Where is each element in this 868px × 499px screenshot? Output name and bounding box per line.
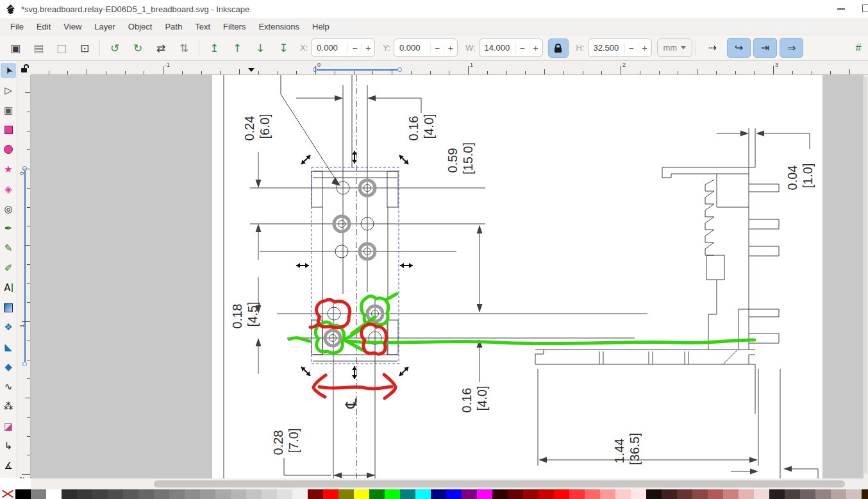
- y-field[interactable]: 0.000 − +: [394, 38, 458, 57]
- pen-tool[interactable]: ✒: [1, 221, 16, 237]
- palette-swatch[interactable]: [308, 489, 323, 499]
- node-tool[interactable]: ▷: [1, 83, 16, 98]
- palette-swatch[interactable]: [92, 489, 108, 499]
- move-as-group-toggle[interactable]: ⇢: [701, 38, 724, 58]
- box3d-tool[interactable]: ◈: [1, 182, 16, 197]
- palette-swatch[interactable]: [31, 489, 46, 499]
- menu-text[interactable]: Text: [188, 19, 217, 34]
- calligraphy-tool[interactable]: ✐: [1, 260, 16, 276]
- palette-swatch[interactable]: [677, 489, 692, 499]
- palette-swatch[interactable]: [138, 489, 154, 499]
- height-field[interactable]: 32.500 − +: [588, 38, 652, 57]
- x-decrement-button[interactable]: −: [347, 43, 361, 53]
- palette-swatch[interactable]: [323, 489, 338, 499]
- minimize-button[interactable]: [837, 8, 845, 10]
- palette-swatch[interactable]: [662, 489, 677, 499]
- palette-swatch[interactable]: [523, 489, 538, 499]
- palette-swatch[interactable]: [262, 489, 277, 499]
- measure-tool[interactable]: ∡: [1, 458, 16, 473]
- palette-swatch[interactable]: [123, 489, 138, 499]
- menu-edit[interactable]: Edit: [30, 19, 57, 34]
- rectangle-tool[interactable]: [1, 122, 16, 137]
- palette-swatch[interactable]: [692, 489, 708, 499]
- menu-path[interactable]: Path: [158, 19, 188, 34]
- palette-swatch[interactable]: [831, 489, 846, 499]
- guide-lock-icon[interactable]: [24, 64, 29, 68]
- canvas[interactable]: 0.24 [6.0] 0.16 [4.0] 0.59 [15.0] 0.18 […: [31, 75, 864, 478]
- dropper-tool[interactable]: ◣: [1, 339, 16, 355]
- palette-swatch[interactable]: [585, 489, 600, 499]
- mesh-gradient-tool[interactable]: ❖: [1, 320, 16, 335]
- palette-swatch[interactable]: [739, 489, 754, 499]
- palette-swatch[interactable]: [600, 489, 615, 499]
- palette-swatch[interactable]: [246, 489, 262, 499]
- selection-bounding-box-button[interactable]: ⊡: [73, 38, 96, 58]
- x-increment-button[interactable]: +: [361, 43, 374, 53]
- y-increment-button[interactable]: +: [444, 43, 457, 53]
- palette-swatch[interactable]: [492, 489, 508, 499]
- rotate-90-ccw-button[interactable]: ↺: [103, 38, 126, 58]
- selector-tool[interactable]: ➤: [1, 63, 16, 78]
- width-field[interactable]: 14.000 − +: [479, 38, 543, 57]
- palette-swatch[interactable]: [508, 489, 523, 499]
- width-value[interactable]: 14.000: [480, 43, 515, 53]
- scale-rounded-corners-toggle[interactable]: ↪: [727, 38, 751, 58]
- palette-swatch[interactable]: [200, 489, 215, 499]
- palette-swatch[interactable]: [569, 489, 585, 499]
- palette-swatch[interactable]: [815, 489, 831, 499]
- palette-swatch[interactable]: [169, 489, 185, 499]
- select-all-button[interactable]: ▣: [4, 38, 27, 58]
- x-value[interactable]: 0.000: [312, 43, 347, 53]
- lower-one-step-button[interactable]: ↓: [249, 38, 272, 58]
- palette-swatch[interactable]: [631, 489, 646, 499]
- enable-snapping-toggle[interactable]: #: [850, 42, 867, 54]
- shape-builder-tool[interactable]: ▣: [1, 103, 16, 118]
- menu-view[interactable]: View: [57, 19, 88, 34]
- menu-layer[interactable]: Layer: [88, 19, 122, 34]
- transform-patterns-toggle[interactable]: ⇒: [780, 38, 803, 58]
- text-tool[interactable]: A: [1, 280, 16, 296]
- width-increment-button[interactable]: +: [529, 43, 542, 53]
- horizontal-scrollbar[interactable]: [31, 478, 868, 489]
- palette-swatch[interactable]: [77, 489, 92, 499]
- flip-vertical-button[interactable]: ⇅: [172, 38, 196, 58]
- star-tool[interactable]: ★: [1, 162, 16, 177]
- ruler-corner[interactable]: [17, 61, 31, 75]
- spray-tool[interactable]: ⁂: [1, 399, 16, 414]
- horizontal-ruler[interactable]: -10123: [31, 61, 868, 75]
- deselect-button[interactable]: □: [50, 38, 73, 58]
- rotate-90-cw-button[interactable]: ↻: [126, 38, 149, 58]
- palette-swatch[interactable]: [15, 489, 31, 499]
- horizontal-scrollbar-thumb[interactable]: [154, 480, 845, 487]
- menu-object[interactable]: Object: [122, 19, 159, 34]
- palette-swatch[interactable]: [185, 489, 200, 499]
- palette-swatch[interactable]: [354, 489, 369, 499]
- raise-to-top-button[interactable]: ↥: [203, 38, 226, 58]
- palette-swatch[interactable]: [46, 489, 62, 499]
- palette-swatch[interactable]: [477, 489, 492, 499]
- palette-swatch[interactable]: [231, 489, 246, 499]
- pencil-tool[interactable]: ✎: [1, 241, 16, 256]
- gradient-tool[interactable]: [1, 300, 16, 316]
- palette-swatch[interactable]: [400, 489, 415, 499]
- vertical-scrollbar-thumb[interactable]: [864, 76, 867, 474]
- palette-swatch[interactable]: [785, 489, 800, 499]
- y-value[interactable]: 0.000: [394, 43, 430, 53]
- palette-swatch[interactable]: [615, 489, 631, 499]
- spiral-tool[interactable]: ◎: [1, 201, 16, 217]
- palette-swatch[interactable]: [108, 489, 123, 499]
- units-dropdown[interactable]: mm: [657, 38, 693, 57]
- x-field[interactable]: 0.000 − +: [311, 38, 375, 57]
- palette-swatch[interactable]: [800, 489, 815, 499]
- menu-file[interactable]: File: [4, 19, 30, 34]
- transform-gradients-toggle[interactable]: ⇥: [753, 38, 777, 58]
- palette-swatch[interactable]: [646, 489, 662, 499]
- tweak-tool[interactable]: ∿: [1, 379, 16, 394]
- palette-swatch[interactable]: [538, 489, 554, 499]
- palette-swatch[interactable]: [369, 489, 385, 499]
- lock-aspect-ratio-toggle[interactable]: [548, 38, 569, 58]
- flip-horizontal-button[interactable]: ⇄: [149, 38, 172, 58]
- ellipse-tool[interactable]: [1, 142, 16, 157]
- palette-swatch[interactable]: [385, 489, 400, 499]
- palette-swatch[interactable]: [846, 489, 862, 499]
